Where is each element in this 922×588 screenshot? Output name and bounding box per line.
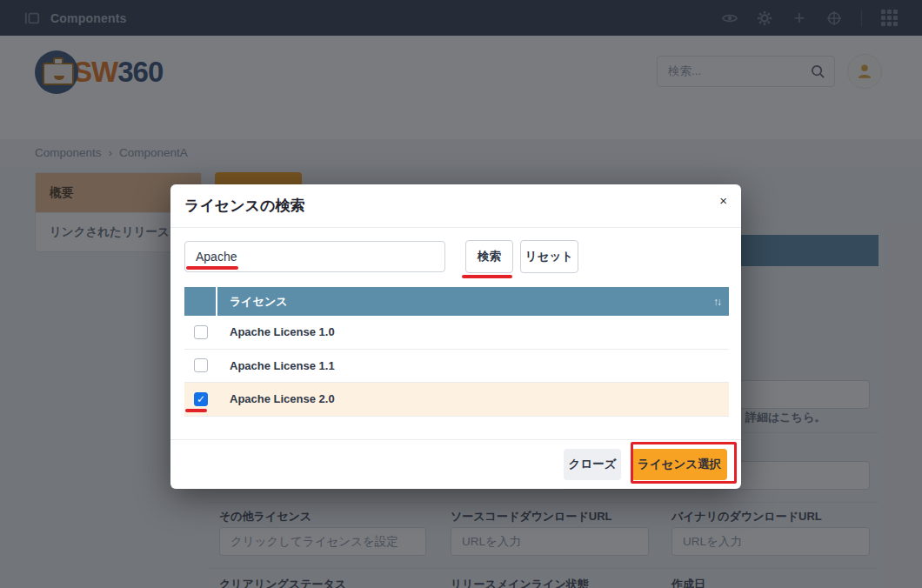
sort-icon[interactable]: ↑↓ [713,296,729,308]
license-name: Apache License 1.0 [217,325,335,338]
search-button[interactable]: 検索 [465,240,513,273]
table-row-apache-2-0[interactable]: ✓ Apache License 2.0 [184,383,729,417]
annotation-underline-search-button [462,275,512,278]
checkbox-apache-2-0[interactable]: ✓ [194,392,208,406]
license-table: ライセンス ↑↓ Apache License 1.0 Apache Licen… [184,287,729,417]
license-table-header[interactable]: ライセンス ↑↓ [184,287,729,316]
license-name: Apache License 2.0 [217,392,335,405]
annotation-box-select-button [631,442,737,484]
sw360-app: Components + [0,0,922,588]
close-icon[interactable]: × [719,194,727,217]
dialog-header: ライセンスの検索 × [170,184,741,228]
checkbox-apache-1-1[interactable] [194,358,208,372]
annotation-underline-checkbox [185,409,207,412]
reset-button[interactable]: リセット [520,240,578,273]
table-row-apache-1-1[interactable]: Apache License 1.1 [184,350,729,384]
checkbox-column-header [184,287,217,316]
table-row-apache-1-0[interactable]: Apache License 1.0 [184,316,729,350]
checkbox-apache-1-0[interactable] [194,325,208,339]
dialog-title: ライセンスの検索 [184,196,304,216]
license-name: Apache License 1.1 [217,359,335,372]
annotation-underline-search-term [186,266,238,270]
close-button[interactable]: クローズ [564,449,621,480]
license-column-header[interactable]: ライセンス [217,294,713,310]
